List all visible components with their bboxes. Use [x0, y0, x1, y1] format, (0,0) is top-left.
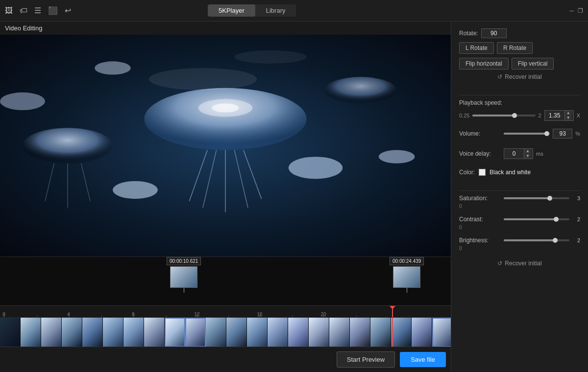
- volume-slider[interactable]: [504, 133, 550, 135]
- picture-icon[interactable]: 🖼: [5, 6, 13, 15]
- thumb-cell: [185, 318, 206, 347]
- voice-delay-unit: ms: [536, 151, 543, 157]
- rotate-input[interactable]: [481, 28, 507, 38]
- playback-speed-label-row: Playback speed:: [459, 99, 580, 106]
- marker-2-thumb: [393, 266, 420, 288]
- saturation-thumb[interactable]: [547, 196, 552, 201]
- thumb-cell: [247, 318, 268, 347]
- thumb-cell: [0, 318, 21, 347]
- brightness-max-val: 2: [572, 237, 580, 243]
- speed-thumb[interactable]: [512, 113, 517, 118]
- speed-spin-btns: ▲ ▼: [564, 111, 572, 120]
- timeline-ruler[interactable]: 0 4 8 12 16 20: [0, 305, 451, 317]
- playhead-ruler: [392, 306, 393, 317]
- thumb-cell: [412, 318, 432, 347]
- thumb-cell: [309, 318, 329, 347]
- thumb-cell: [268, 318, 288, 347]
- svg-point-17: [149, 68, 257, 90]
- playhead-strip: [392, 318, 393, 347]
- contrast-label: Contrast:: [459, 216, 501, 223]
- contrast-range: 0: [459, 225, 580, 230]
- bw-checkbox[interactable]: [479, 169, 486, 176]
- recover-initial-2-label: Recover initial: [505, 260, 541, 267]
- recover-icon-1: ↺: [497, 73, 502, 80]
- voice-delay-down-btn[interactable]: ▼: [524, 154, 531, 159]
- contrast-thumb[interactable]: [554, 217, 559, 222]
- tag-icon[interactable]: 🏷: [20, 6, 27, 15]
- r-rotate-button[interactable]: R Rotate: [497, 42, 533, 54]
- contrast-row: Contrast: 2: [459, 216, 580, 223]
- undo-icon[interactable]: ↩: [65, 6, 71, 15]
- flip-vertical-button[interactable]: Flip vertical: [512, 58, 554, 70]
- recover-initial-1-label: Recover initial: [505, 73, 541, 80]
- contrast-slider[interactable]: [504, 218, 569, 220]
- thumb-cell: [350, 318, 370, 347]
- volume-label: Volume:: [459, 130, 501, 137]
- svg-point-15: [0, 93, 45, 110]
- speed-input[interactable]: [545, 111, 564, 120]
- thumb-cell: [288, 318, 309, 347]
- start-preview-button[interactable]: Start Preview: [337, 351, 395, 368]
- recover-initial-1-row[interactable]: ↺ Recover initial: [459, 73, 580, 80]
- tab-library[interactable]: Library: [255, 4, 296, 17]
- thumb-cell-selected: [165, 318, 185, 347]
- svg-point-13: [289, 157, 343, 179]
- contrast-min: 0: [459, 225, 462, 230]
- recover-initial-2-row[interactable]: ↺ Recover initial: [459, 260, 580, 267]
- minimize-icon[interactable]: ─: [569, 7, 574, 14]
- save-file-button[interactable]: Save file: [400, 352, 446, 367]
- rotate-label: Rotate:: [459, 30, 478, 37]
- playhead-triangle: [390, 306, 395, 309]
- voice-delay-spin[interactable]: ▲ ▼: [504, 148, 533, 159]
- playback-speed-section: Playback speed: 0.25 2 ▲ ▼ X: [459, 99, 580, 123]
- saturation-label: Saturation:: [459, 195, 501, 202]
- timeline-marker-1: 00:00:10.621: [167, 257, 201, 293]
- marker-1-line: [184, 288, 184, 293]
- speed-up-btn[interactable]: ▲: [565, 111, 572, 116]
- svg-point-18: [234, 50, 306, 64]
- brightness-row: Brightness: 2: [459, 237, 580, 244]
- thumb-cell: [103, 318, 123, 347]
- volume-thumb[interactable]: [544, 131, 549, 136]
- thumb-cell: [62, 318, 82, 347]
- video-title: Video Editing: [0, 22, 451, 35]
- rotate-buttons-row: L Rotate R Rotate: [459, 42, 580, 54]
- thumb-cell: [370, 318, 391, 347]
- speed-down-btn[interactable]: ▼: [565, 116, 572, 120]
- svg-point-12: [113, 181, 158, 199]
- thumb-cell: [41, 318, 62, 347]
- volume-unit: %: [575, 131, 580, 137]
- brightness-thumb[interactable]: [553, 238, 558, 243]
- brightness-min: 0: [459, 246, 462, 251]
- contrast-fill: [504, 218, 556, 220]
- tab-5kplayer[interactable]: 5KPlayer: [208, 4, 255, 17]
- brightness-slider[interactable]: [504, 239, 569, 241]
- thumb-cell: [82, 318, 103, 347]
- flip-horizontal-button[interactable]: Flip horizontal: [459, 58, 509, 70]
- saturation-slider[interactable]: [504, 197, 569, 199]
- playback-speed-label: Playback speed:: [459, 99, 502, 106]
- voice-delay-label: Voice delay:: [459, 150, 501, 157]
- rotate-section: Rotate: L Rotate R Rotate Flip horizonta…: [459, 28, 580, 85]
- speed-slider[interactable]: [472, 115, 535, 116]
- voice-delay-input[interactable]: [504, 149, 524, 159]
- thumbnail-strip[interactable]: [0, 317, 451, 347]
- list-icon[interactable]: ☰: [34, 6, 41, 15]
- svg-point-7: [23, 128, 113, 163]
- speed-fill: [472, 115, 514, 116]
- marker-1-time: 00:00:10.621: [167, 257, 201, 265]
- marker-2-line: [407, 288, 407, 293]
- layers-icon[interactable]: ⬛: [48, 6, 58, 15]
- right-panel: Rotate: L Rotate R Rotate Flip horizonta…: [451, 22, 588, 372]
- restore-icon[interactable]: ❐: [578, 7, 583, 14]
- main-content: Video Editing: [0, 22, 588, 372]
- volume-input[interactable]: [553, 129, 572, 139]
- speed-input-spin[interactable]: ▲ ▼: [544, 110, 574, 121]
- thumb-cell: [391, 318, 412, 347]
- color-section: Color: Black and white: [459, 169, 580, 181]
- divider-2: [459, 190, 580, 191]
- brightness-range: 0: [459, 246, 580, 251]
- voice-delay-up-btn[interactable]: ▲: [524, 149, 531, 154]
- thumb-cell: [226, 318, 247, 347]
- l-rotate-button[interactable]: L Rotate: [459, 42, 494, 54]
